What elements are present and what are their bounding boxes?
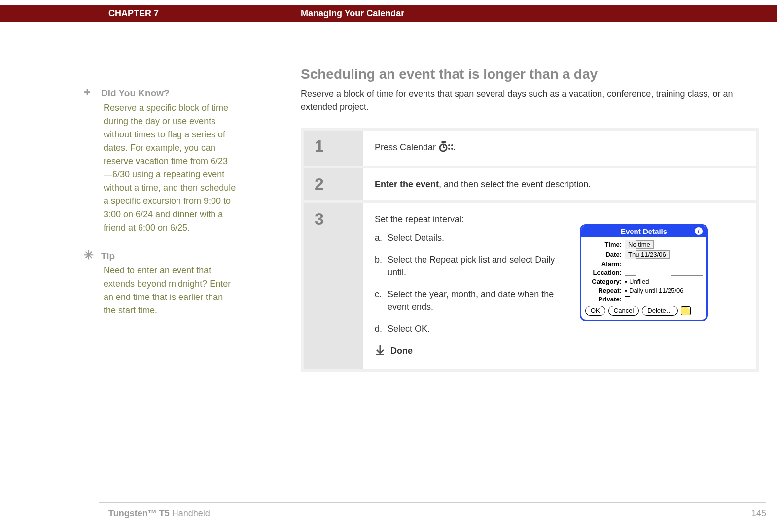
svg-point-4 (448, 144, 450, 146)
sidebar: + Did You Know? Reserve a specific block… (84, 86, 237, 332)
category-label: Category: (585, 278, 622, 285)
substep-letter: d. (375, 322, 388, 335)
dialog-row-private: Private: (585, 296, 703, 303)
device-name: Tungsten™ T5 Handheld (108, 508, 210, 519)
time-label: Time: (585, 241, 622, 248)
info-icon[interactable]: i (695, 227, 703, 235)
page-number: 145 (751, 508, 766, 519)
substep: a. Select Details. (375, 232, 562, 244)
substep: b. Select the Repeat pick list and selec… (375, 253, 562, 279)
delete-button[interactable]: Delete… (642, 306, 678, 316)
date-label: Date: (585, 251, 622, 258)
category-picklist[interactable]: Unfiled (625, 278, 649, 285)
alarm-checkbox[interactable] (625, 261, 630, 266)
section-intro: Reserve a block of time for events that … (301, 87, 764, 114)
step-number: 3 (304, 203, 363, 369)
step-body: Enter the event, and then select the eve… (363, 168, 756, 200)
device-rest: Handheld (170, 508, 210, 518)
note-icon[interactable] (681, 306, 691, 315)
substep-letter: a. (375, 232, 388, 244)
dialog-row-category: Category: Unfiled (585, 278, 703, 285)
substep-letter: b. (375, 253, 388, 279)
step-row: 2 Enter the event, and then select the e… (304, 168, 756, 200)
substep-letter: c. (375, 288, 388, 313)
tip-block: ✳ Tip Need to enter an event that extend… (84, 249, 237, 318)
private-checkbox[interactable] (625, 296, 630, 301)
footer-rule (99, 502, 766, 503)
step3-text: Set the repeat interval: a. Select Detai… (375, 214, 562, 358)
enter-event-link[interactable]: Enter the event (375, 179, 439, 189)
step3-sublist: a. Select Details. b. Select the Repeat … (375, 232, 562, 335)
event-details-dialog: Event Details i Time: No time Date: Thu … (580, 224, 708, 321)
step-row: 3 Set the repeat interval: a. Select Det… (304, 203, 756, 369)
substep-text: Select OK. (388, 322, 430, 335)
step1-text-before: Press Calendar (375, 142, 438, 152)
substep-text: Select the Repeat pick list and select D… (388, 253, 562, 279)
step-body: Press Calendar . (363, 131, 756, 166)
date-selector[interactable]: Thu 11/23/06 (625, 250, 670, 259)
private-label: Private: (585, 296, 622, 303)
step1-text-after: . (453, 142, 456, 152)
chapter-header: CHAPTER 7 Managing Your Calendar (0, 5, 777, 22)
substep: c. Select the year, month, and date when… (375, 288, 562, 313)
svg-rect-0 (441, 141, 446, 143)
down-arrow-icon (375, 344, 386, 358)
done-indicator: Done (375, 344, 562, 358)
step2-text-after: , and then select the event description. (439, 179, 591, 189)
device-model: Tungsten™ T5 (108, 508, 170, 518)
tip-body: Need to enter an event that extends beyo… (104, 264, 237, 317)
dialog-row-time: Time: No time (585, 240, 703, 249)
done-label: Done (390, 346, 413, 356)
substep: d. Select OK. (375, 322, 562, 335)
location-input[interactable] (625, 269, 703, 276)
did-you-know-head: Did You Know? (101, 88, 170, 98)
dialog-buttons: OK Cancel Delete… (585, 306, 703, 316)
section-title: Scheduling an event that is longer than … (301, 66, 764, 82)
dialog-row-repeat: Repeat: Daily until 11/25/06 (585, 287, 703, 294)
chapter-title: Managing Your Calendar (301, 8, 404, 19)
ok-button[interactable]: OK (585, 306, 605, 316)
tip-head: Tip (101, 251, 115, 261)
dialog-row-date: Date: Thu 11/23/06 (585, 250, 703, 259)
chapter-number: CHAPTER 7 (108, 8, 159, 19)
step-number: 2 (304, 168, 363, 200)
calendar-button-icon (438, 141, 453, 155)
alarm-label: Alarm: (585, 260, 622, 267)
dialog-row-location: Location: (585, 269, 703, 276)
cancel-button[interactable]: Cancel (608, 306, 639, 316)
substep-text: Select the year, month, and date when th… (388, 288, 562, 313)
time-selector[interactable]: No time (625, 240, 654, 249)
asterisk-icon: ✳ (84, 249, 95, 261)
dialog-body: Time: No time Date: Thu 11/23/06 Alarm: (581, 237, 706, 320)
repeat-label: Repeat: (585, 287, 622, 294)
step-body: Set the repeat interval: a. Select Detai… (363, 203, 756, 369)
steps-panel: 1 Press Calendar . (301, 128, 759, 372)
dialog-row-alarm: Alarm: (585, 260, 703, 267)
footer: Tungsten™ T5 Handheld 145 (108, 508, 766, 519)
substep-text: Select Details. (388, 232, 444, 244)
did-you-know-body: Reserve a specific block of time during … (104, 101, 237, 234)
dialog-title: Event Details (621, 227, 667, 235)
did-you-know-block: + Did You Know? Reserve a specific block… (84, 86, 237, 234)
dialog-title-bar: Event Details i (581, 226, 706, 237)
step-number: 1 (304, 131, 363, 166)
main-content: Scheduling an event that is longer than … (301, 66, 764, 372)
plus-icon: + (84, 86, 95, 98)
step3-lead: Set the repeat interval: (375, 214, 562, 225)
location-label: Location: (585, 269, 622, 276)
step-row: 1 Press Calendar . (304, 131, 756, 166)
svg-point-6 (448, 148, 450, 150)
repeat-picklist[interactable]: Daily until 11/25/06 (625, 287, 684, 294)
